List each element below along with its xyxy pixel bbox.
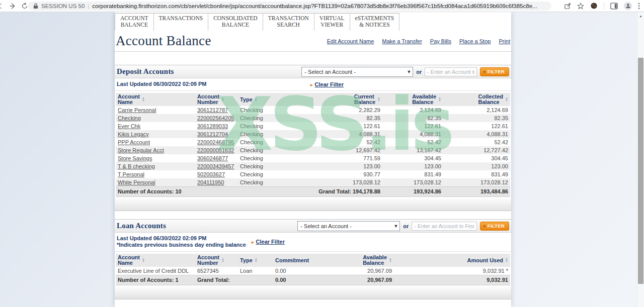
- filter-arrow-icon: ▸: [484, 224, 486, 228]
- account-number-link[interactable]: 220002468795: [197, 139, 234, 145]
- or-label: or: [403, 223, 409, 229]
- available-balance: 173,028.12: [382, 178, 443, 187]
- back-icon[interactable]: [0, 3, 4, 10]
- loan-last-updated: Last Updated 06/30/2022 02:09 PM *Indica…: [117, 235, 509, 248]
- tab-transactions[interactable]: TRANSACTIONS: [154, 14, 209, 31]
- url-bar[interactable]: SESSION US 50 | corporatebanking.firstho…: [28, 2, 551, 11]
- collected-balance: 12,727.42: [443, 146, 510, 154]
- sort-icon: ▲▼: [221, 258, 224, 263]
- available-balance: 2,124.69: [382, 106, 443, 114]
- make-a-transfer-link[interactable]: Make a Transfer: [382, 38, 422, 44]
- loan-panel-footer: [115, 286, 511, 299]
- tab-transaction-search[interactable]: TRANSACTION SEARCH: [263, 14, 314, 31]
- account-number-link[interactable]: 3061212704: [197, 131, 228, 137]
- forward-icon[interactable]: [9, 3, 16, 10]
- col-account-name[interactable]: Account Name▲▼: [116, 93, 195, 106]
- print-link[interactable]: Print: [499, 38, 510, 44]
- col-account-name[interactable]: Account Name▲▼: [116, 254, 195, 267]
- url-text: corporatebanking.firsthorizon.com/cb/ser…: [92, 3, 537, 9]
- tab-consolidated-balance[interactable]: CONSOLIDATED BALANCE: [208, 14, 263, 31]
- place-a-stop-link[interactable]: Place a Stop: [459, 38, 491, 44]
- account-name-link[interactable]: T & B checking: [118, 163, 155, 169]
- account-name-link[interactable]: Carrie Personal: [118, 107, 156, 113]
- share-icon[interactable]: [564, 3, 571, 10]
- account-number-link[interactable]: 204111950: [197, 179, 224, 185]
- account-name-link[interactable]: Kikis Legacy: [118, 131, 149, 137]
- deposit-find-input[interactable]: [425, 67, 477, 76]
- refresh-icon[interactable]: [21, 3, 28, 10]
- col-account-number[interactable]: Account Number▲▼: [195, 254, 238, 267]
- browser-chrome: SESSION US 50 | corporatebanking.firstho…: [0, 0, 644, 12]
- content-area: ACCOUNT BALANCE TRANSACTIONS CONSOLIDATE…: [115, 12, 511, 307]
- pay-bills-link[interactable]: Pay Bills: [430, 38, 451, 44]
- account-name-link[interactable]: Checking: [118, 115, 141, 121]
- deposit-table-row: PPP Account220002468795Checking52.4252.4…: [116, 138, 510, 146]
- available-balance: 82.35: [382, 114, 443, 122]
- loan-header-row: Account Name▲▼ Account Number▲▼ Type▲▼ C…: [116, 254, 510, 267]
- sort-icon: ▲▼: [377, 97, 380, 102]
- menu-kebab-icon[interactable]: [638, 3, 640, 10]
- vertical-scrollbar[interactable]: ▲: [637, 12, 644, 307]
- account-number-link[interactable]: 220002564205: [197, 115, 234, 121]
- account-number-link[interactable]: 3060246877: [197, 155, 228, 161]
- extension-icon[interactable]: [590, 2, 598, 10]
- tab-virtual-viewer[interactable]: VIRTUAL VIEWER: [314, 14, 350, 31]
- bookmark-star-icon[interactable]: [577, 3, 584, 10]
- account-number-link[interactable]: 3061289033: [197, 123, 228, 129]
- edit-account-name-link[interactable]: Edit Account Name: [327, 38, 374, 44]
- account-number-link[interactable]: 502003627: [197, 171, 225, 177]
- account-number-link[interactable]: 220003439457: [197, 163, 234, 169]
- loan-clear-filter-link[interactable]: ▸Clear Filter: [252, 239, 285, 245]
- account-name-link[interactable]: Ever Chk: [118, 123, 140, 129]
- account-type: Checking: [238, 106, 283, 114]
- side-panel-icon[interactable]: [610, 3, 618, 10]
- available-balance: 20,967.09: [334, 267, 394, 275]
- sort-icon: ▲▼: [221, 97, 224, 102]
- col-collected-balance[interactable]: Collected Balance▲▼: [443, 93, 510, 106]
- sort-icon: ▲▼: [505, 97, 508, 102]
- current-balance: 12,697.42: [283, 146, 382, 154]
- col-type[interactable]: Type▲▼: [238, 254, 273, 267]
- account-name-link[interactable]: PPP Account: [118, 139, 150, 145]
- tab-estatements-notices[interactable]: eSTATEMENTS & NOTICES: [350, 14, 400, 31]
- account-name-link[interactable]: Store Regular Acct: [118, 147, 164, 153]
- col-available-balance[interactable]: Available Balance▲▼: [382, 93, 443, 106]
- account-type: Checking: [238, 122, 283, 130]
- col-available-balance[interactable]: Available Balance▲▼: [334, 254, 394, 267]
- or-label: or: [416, 69, 422, 75]
- current-balance: 930.77: [283, 170, 382, 178]
- title-divider: [115, 51, 511, 52]
- profile-avatar[interactable]: [624, 2, 632, 10]
- account-type: Checking: [238, 138, 283, 146]
- page-title: Account Balance: [116, 33, 211, 49]
- loan-grand-total-commitment: 0.00: [273, 275, 334, 285]
- deposit-accounts-table: Account Name▲▼ Account Number▲▼ Type▲▼ C…: [116, 93, 510, 197]
- col-account-number[interactable]: Account Number▲▼: [195, 93, 238, 106]
- deposit-clear-filter-link[interactable]: ▸Clear Filter: [310, 81, 344, 87]
- account-type: Checking: [238, 146, 283, 154]
- deposit-filter-button[interactable]: ▸ FILTER: [480, 67, 509, 76]
- account-name-link[interactable]: T Personal: [118, 171, 144, 177]
- scroll-up-icon[interactable]: ▲: [637, 12, 644, 20]
- loan-accounts-table: Account Name▲▼ Account Number▲▼ Type▲▼ C…: [116, 254, 510, 285]
- account-number-link[interactable]: 3061212787: [197, 107, 228, 113]
- loan-filter-button[interactable]: ▸ FILTER: [480, 222, 509, 231]
- deposit-table-row: T & B checking220003439457Checking123.00…: [116, 162, 510, 170]
- page-background: ACCOUNT BALANCE TRANSACTIONS CONSOLIDATE…: [0, 12, 644, 307]
- account-name-link[interactable]: Store Savings: [118, 155, 152, 161]
- account-number-link[interactable]: 220000051632: [197, 147, 234, 153]
- sort-icon: ▲▼: [438, 97, 441, 102]
- tab-account-balance[interactable]: ACCOUNT BALANCE: [115, 14, 154, 31]
- account-name-link[interactable]: White Personal: [118, 179, 155, 185]
- col-type[interactable]: Type▲▼: [238, 93, 283, 106]
- tab-bar: ACCOUNT BALANCE TRANSACTIONS CONSOLIDATE…: [115, 13, 399, 31]
- scrollbar-thumb[interactable]: [638, 58, 643, 284]
- col-current-balance[interactable]: Current Balance▲▼: [283, 93, 382, 106]
- collected-balance: 304.45: [443, 154, 510, 162]
- loan-account-select[interactable]: - Select an Account - ▼: [297, 221, 400, 231]
- action-links: Edit Account Name Make a Transfer Pay Bi…: [327, 38, 510, 44]
- col-amount-used[interactable]: Amount Used▲▼: [394, 254, 510, 267]
- deposit-account-select[interactable]: - Select an Account - ▼: [301, 67, 413, 77]
- current-balance: 173,028.12: [283, 178, 382, 187]
- loan-find-input[interactable]: [412, 222, 477, 231]
